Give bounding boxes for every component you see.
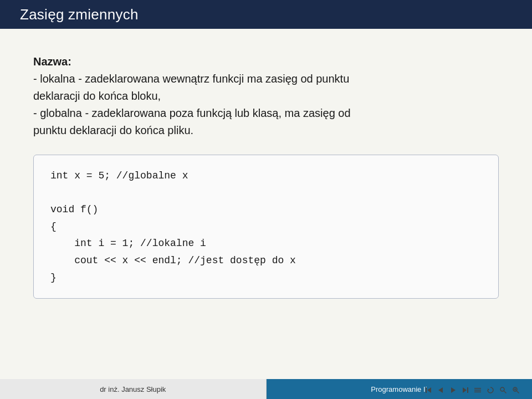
- svg-line-13: [517, 391, 519, 393]
- nav-search-icon[interactable]: [498, 385, 508, 395]
- svg-marker-2: [438, 387, 443, 393]
- nav-prev-icon[interactable]: [436, 385, 446, 395]
- nazwa-label: Nazwa:: [33, 55, 71, 68]
- description-line-1: - lokalna - zadeklarowana wewnątrz funkc…: [33, 73, 349, 85]
- text-section: Nazwa: - lokalna - zadeklarowana wewnątr…: [33, 53, 499, 139]
- svg-marker-5: [463, 387, 467, 393]
- footer-bar: dr inż. Janusz Słupik Programowanie II: [0, 379, 532, 399]
- svg-marker-3: [451, 387, 456, 393]
- nav-menu-icon[interactable]: [473, 385, 483, 395]
- nav-next-icon[interactable]: [448, 385, 458, 395]
- code-content: int x = 5; //globalne x void f() { int i…: [50, 167, 482, 286]
- description-line-4: punktu deklaracji do końca pliku.: [33, 124, 193, 136]
- svg-point-10: [500, 387, 504, 391]
- code-block: int x = 5; //globalne x void f() { int i…: [33, 155, 499, 299]
- svg-marker-1: [427, 387, 431, 393]
- svg-rect-7: [474, 390, 481, 391]
- svg-marker-9: [488, 388, 489, 391]
- svg-line-11: [504, 391, 507, 393]
- footer-author-section: dr inż. Janusz Słupik: [0, 379, 266, 399]
- footer-author: dr inż. Janusz Słupik: [100, 385, 166, 393]
- svg-rect-6: [474, 388, 481, 389]
- nav-refresh-icon[interactable]: [485, 385, 495, 395]
- svg-rect-0: [426, 387, 427, 393]
- nav-icons-container: [424, 385, 521, 395]
- header-bar: Zasięg zmiennych: [0, 0, 532, 29]
- nav-last-icon[interactable]: [460, 385, 470, 395]
- nav-zoom-in-icon[interactable]: [511, 385, 521, 395]
- svg-rect-8: [474, 392, 481, 393]
- description-line-2: deklaracji do końca bloku,: [33, 90, 161, 102]
- nav-group-right: [448, 385, 470, 395]
- footer-course: Programowanie II: [371, 385, 427, 393]
- nav-group-left: [424, 385, 446, 395]
- description-line-3: - globalna - zadeklarowana poza funkcją …: [33, 107, 351, 119]
- nav-first-icon[interactable]: [424, 385, 434, 395]
- svg-rect-4: [467, 387, 468, 393]
- page-title: Zasięg zmiennych: [20, 6, 139, 23]
- main-content: Nazwa: - lokalna - zadeklarowana wewnątr…: [0, 29, 532, 379]
